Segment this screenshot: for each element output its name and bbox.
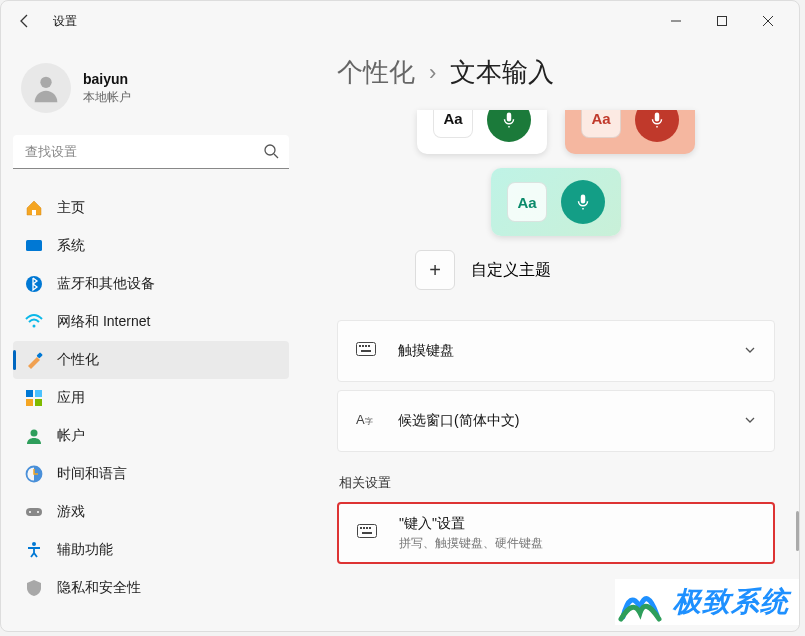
svg-text:A: A	[356, 412, 365, 427]
watermark-logo-icon	[615, 579, 665, 625]
sidebar-item-home[interactable]: 主页	[13, 189, 289, 227]
scrollbar[interactable]	[796, 511, 799, 551]
row-title: 候选窗口(简体中文)	[398, 412, 724, 430]
svg-rect-24	[359, 345, 361, 347]
svg-rect-27	[368, 345, 370, 347]
chevron-down-icon	[744, 412, 756, 430]
mic-icon	[561, 180, 605, 224]
svg-rect-36	[362, 532, 372, 534]
svg-point-21	[37, 511, 39, 513]
mic-icon	[635, 110, 679, 142]
system-icon	[25, 237, 43, 255]
row-title: 触摸键盘	[398, 342, 724, 360]
row-subtitle: 拼写、触摸键盘、硬件键盘	[399, 535, 755, 552]
sidebar-item-label: 游戏	[57, 503, 85, 521]
font-icon: A字	[356, 410, 378, 432]
add-theme-button[interactable]: +	[415, 250, 455, 290]
brush-icon	[25, 351, 43, 369]
maximize-button[interactable]	[699, 5, 745, 37]
svg-rect-33	[363, 527, 365, 529]
sidebar-item-label: 系统	[57, 237, 85, 255]
apps-icon	[25, 389, 43, 407]
sidebar-item-label: 蓝牙和其他设备	[57, 275, 155, 293]
sidebar-item-network[interactable]: 网络和 Internet	[13, 303, 289, 341]
svg-rect-19	[26, 508, 42, 516]
svg-point-20	[29, 511, 31, 513]
sidebar-item-personalization[interactable]: 个性化	[13, 341, 289, 379]
svg-point-5	[265, 145, 275, 155]
theme-card-mint[interactable]: Aa	[491, 168, 621, 236]
svg-rect-14	[26, 399, 33, 406]
arrow-left-icon	[17, 13, 33, 29]
sidebar-item-label: 应用	[57, 389, 85, 407]
custom-theme-label: 自定义主题	[471, 260, 551, 281]
nav-list: 主页 系统 蓝牙和其他设备 网络和 Internet 个性化	[13, 189, 289, 607]
sidebar-item-label: 主页	[57, 199, 85, 217]
theme-card-pink[interactable]: Aa	[565, 110, 695, 154]
svg-rect-8	[26, 240, 42, 251]
svg-rect-1	[718, 17, 727, 26]
svg-text:字: 字	[365, 417, 373, 426]
svg-point-22	[32, 542, 36, 546]
svg-rect-34	[366, 527, 368, 529]
privacy-icon	[25, 579, 43, 597]
sidebar-item-label: 时间和语言	[57, 465, 127, 483]
back-button[interactable]	[9, 5, 41, 37]
theme-aa-label: Aa	[507, 182, 547, 222]
theme-row-bottom: Aa	[337, 168, 775, 236]
account-icon	[25, 427, 43, 445]
bluetooth-icon	[25, 275, 43, 293]
main-content: 个性化 › 文本输入 Aa Aa Aa	[301, 41, 799, 631]
sidebar-item-time[interactable]: 时间和语言	[13, 455, 289, 493]
svg-rect-35	[369, 527, 371, 529]
setting-row-touch-keyboard[interactable]: 触摸键盘	[337, 320, 775, 382]
sidebar-item-gaming[interactable]: 游戏	[13, 493, 289, 531]
svg-rect-31	[358, 525, 377, 538]
svg-point-10	[33, 325, 36, 328]
breadcrumb: 个性化 › 文本输入	[337, 55, 775, 90]
svg-point-16	[31, 430, 38, 437]
svg-rect-13	[35, 390, 42, 397]
minimize-button[interactable]	[653, 5, 699, 37]
sidebar-item-account[interactable]: 帐户	[13, 417, 289, 455]
sidebar-item-bluetooth[interactable]: 蓝牙和其他设备	[13, 265, 289, 303]
keyboard-icon	[356, 342, 378, 360]
svg-rect-23	[357, 343, 376, 356]
sidebar-item-accessibility[interactable]: 辅助功能	[13, 531, 289, 569]
sidebar-item-label: 个性化	[57, 351, 99, 369]
sidebar-item-apps[interactable]: 应用	[13, 379, 289, 417]
svg-rect-7	[32, 210, 36, 215]
search-icon	[263, 143, 279, 163]
sidebar-item-label: 帐户	[57, 427, 85, 445]
breadcrumb-parent[interactable]: 个性化	[337, 55, 415, 90]
sidebar-item-system[interactable]: 系统	[13, 227, 289, 265]
custom-theme-row[interactable]: + 自定义主题	[415, 250, 775, 290]
account-type: 本地帐户	[83, 89, 131, 106]
mic-icon	[487, 110, 531, 142]
theme-aa-label: Aa	[581, 110, 621, 138]
search-input[interactable]	[13, 135, 289, 169]
sidebar-item-privacy[interactable]: 隐私和安全性	[13, 569, 289, 607]
account-section[interactable]: baiyun 本地帐户	[21, 63, 289, 113]
svg-rect-28	[361, 350, 371, 352]
related-settings-label: 相关设置	[339, 474, 775, 492]
game-icon	[25, 503, 43, 521]
setting-row-typing[interactable]: "键入"设置 拼写、触摸键盘、硬件键盘	[337, 502, 775, 564]
svg-line-6	[274, 154, 278, 158]
sidebar-item-label: 网络和 Internet	[57, 313, 150, 331]
watermark: 极致系统	[615, 579, 799, 625]
search-box[interactable]	[13, 135, 289, 169]
close-button[interactable]	[745, 5, 791, 37]
theme-card-light[interactable]: Aa	[417, 110, 547, 154]
avatar	[21, 63, 71, 113]
chevron-right-icon: ›	[429, 60, 436, 86]
person-icon	[29, 71, 63, 105]
setting-row-candidate[interactable]: A字 候选窗口(简体中文)	[337, 390, 775, 452]
account-name: baiyun	[83, 71, 131, 87]
chevron-down-icon	[744, 342, 756, 360]
svg-rect-32	[360, 527, 362, 529]
svg-rect-26	[365, 345, 367, 347]
plus-icon: +	[429, 259, 441, 282]
breadcrumb-current: 文本输入	[450, 55, 554, 90]
titlebar: 设置	[1, 1, 799, 41]
